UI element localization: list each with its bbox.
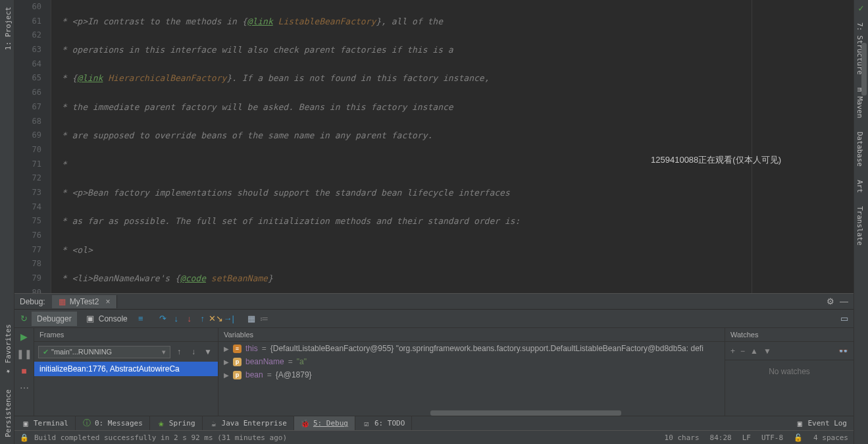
run-to-cursor-icon[interactable]: →| bbox=[224, 314, 234, 324]
drop-frame-icon[interactable]: ✕↘ bbox=[211, 314, 221, 324]
tab-javaee[interactable]: ☕ Java Enterprise bbox=[203, 416, 294, 430]
todo-icon: ☑ bbox=[362, 419, 371, 428]
horizontal-scrollbar[interactable] bbox=[430, 410, 621, 416]
rail-translate[interactable]: Translate bbox=[854, 200, 868, 252]
status-lineend[interactable]: LF bbox=[742, 433, 751, 442]
var-badge-param: p bbox=[233, 358, 242, 366]
close-icon[interactable]: × bbox=[105, 297, 110, 306]
threads-icon[interactable]: ≡ bbox=[136, 314, 146, 324]
variable-row[interactable]: ▶ p beanName = "a" bbox=[218, 355, 725, 368]
console-icon: ▣ bbox=[85, 314, 95, 324]
more-icon[interactable]: ⋯ bbox=[14, 379, 34, 397]
tab-debug[interactable]: 🐞 5: Debug bbox=[294, 416, 355, 430]
tab-spring[interactable]: ❀ Spring bbox=[150, 416, 203, 430]
editor-scrollbar[interactable] bbox=[861, 43, 867, 96]
layout-icon[interactable]: ▭ bbox=[839, 314, 850, 324]
rail-art[interactable]: Art bbox=[854, 173, 868, 200]
no-watches-label: No watches bbox=[725, 360, 854, 416]
right-margin-line bbox=[752, 0, 752, 293]
var-badge-param: p bbox=[233, 371, 242, 379]
rail-persistence[interactable]: Persistence bbox=[0, 383, 14, 444]
expand-icon[interactable]: ▶ bbox=[224, 372, 229, 379]
debug-run-tab[interactable]: ▦ MyTest2 × bbox=[52, 295, 118, 308]
resume-icon[interactable]: ▶ bbox=[14, 328, 34, 345]
stop-icon[interactable]: ■ bbox=[14, 362, 34, 379]
minimize-icon[interactable]: — bbox=[840, 296, 848, 306]
editor[interactable]: 6061 6263 6465 6667 6869 7071 7273 7475 … bbox=[14, 0, 854, 293]
bottom-tool-tabs: ▣ Terminal ⓘ 0: Messages ❀ Spring ☕ Java… bbox=[14, 416, 854, 430]
next-frame-icon[interactable]: ↓ bbox=[188, 347, 199, 356]
frames-title: Frames bbox=[34, 328, 218, 342]
expand-icon[interactable]: ▶ bbox=[224, 345, 229, 352]
status-bar: 🔒 Build completed successfully in 2 s 92… bbox=[14, 430, 854, 444]
tab-debugger[interactable]: Debugger bbox=[32, 312, 77, 326]
javaee-icon: ☕ bbox=[209, 419, 218, 428]
glasses-icon[interactable]: 👓 bbox=[838, 347, 848, 356]
rail-favorites[interactable]: ★ Favorites bbox=[0, 318, 14, 383]
trace-icon[interactable]: ≔ bbox=[259, 314, 270, 324]
codewithme-viewer-note: 1259410088正在观看(仅本人可见) bbox=[651, 153, 781, 167]
rail-database[interactable]: Database bbox=[854, 125, 868, 173]
filter-icon[interactable]: ▼ bbox=[202, 347, 214, 356]
rerun-icon[interactable]: ↻ bbox=[18, 314, 29, 324]
debug-side-controls: ▶ ❚❚ ■ ⋯ bbox=[14, 328, 34, 416]
run-config-icon: ▦ bbox=[59, 297, 66, 306]
settings-icon[interactable]: ⚙ bbox=[827, 296, 834, 306]
frames-pane: Frames ✔ "main"...RUNNING ▾ ↑ ↓ ▼ initia… bbox=[34, 328, 218, 416]
step-out-icon[interactable]: ↑ bbox=[197, 314, 208, 324]
rail-project[interactable]: 1: Project bbox=[0, 0, 14, 57]
check-icon: ✔ bbox=[43, 348, 49, 356]
watches-pane: Watches + − ▲ ▼ 👓 No watches bbox=[725, 328, 854, 416]
status-encoding[interactable]: UTF-8 bbox=[761, 433, 783, 442]
chevron-down-icon: ▾ bbox=[162, 348, 166, 356]
build-status: Build completed successfully in 2 s 92 m… bbox=[34, 433, 287, 442]
watch-down-icon[interactable]: ▼ bbox=[763, 347, 771, 356]
add-watch-icon[interactable]: + bbox=[730, 347, 735, 356]
status-readonly-icon[interactable]: 🔓 bbox=[794, 433, 803, 442]
status-indent[interactable]: 4 spaces bbox=[813, 433, 848, 442]
watch-up-icon[interactable]: ▲ bbox=[750, 347, 758, 356]
expand-icon[interactable]: ▶ bbox=[224, 358, 229, 366]
step-over-icon[interactable]: ↷ bbox=[158, 314, 168, 324]
code-area[interactable]: * <p>In contrast to the methods in {@lin… bbox=[51, 0, 854, 293]
variable-row[interactable]: ▶ p bean = {A@1879} bbox=[218, 368, 725, 381]
variables-title: Variables bbox=[218, 328, 725, 342]
thread-selector[interactable]: ✔ "main"...RUNNING ▾ bbox=[38, 346, 170, 358]
left-tool-rail: 1: Project ★ Favorites Persistence bbox=[0, 0, 14, 444]
debug-toolbar: ↻ Debugger ▣ Console ≡ ↷ ↓ ↓ ↑ ✕↘ →| ▦ ≔… bbox=[14, 310, 854, 328]
prev-frame-icon[interactable]: ↑ bbox=[173, 347, 185, 356]
step-into-icon[interactable]: ↓ bbox=[171, 314, 182, 324]
variables-pane: Variables ▶ ≡ this = {DefaultListableBea… bbox=[218, 328, 725, 416]
variable-row[interactable]: ▶ ≡ this = {DefaultListableBeanFactory@9… bbox=[218, 342, 725, 355]
tab-todo[interactable]: ☑ 6: TODO bbox=[355, 416, 412, 430]
frame-row[interactable]: initializeBean:1776, AbstractAutowireCa bbox=[34, 362, 218, 376]
debug-tool-window: Debug: ▦ MyTest2 × ⚙ — ↻ Debugger ▣ Cons… bbox=[14, 293, 854, 416]
messages-icon: ⓘ bbox=[82, 419, 91, 428]
tab-eventlog[interactable]: ▣ Event Log bbox=[788, 416, 854, 430]
watches-title: Watches bbox=[725, 328, 854, 342]
spring-icon: ❀ bbox=[157, 419, 166, 428]
tab-console[interactable]: ▣ Console bbox=[80, 311, 133, 327]
line-gutter: 6061 6263 6465 6667 6869 7071 7273 7475 … bbox=[14, 0, 51, 293]
terminal-icon: ▣ bbox=[21, 419, 30, 428]
inspections-ok-icon[interactable]: ✓ bbox=[854, 0, 868, 16]
evaluate-icon[interactable]: ▦ bbox=[246, 314, 257, 324]
status-lock-icon[interactable]: 🔒 bbox=[20, 433, 29, 442]
status-chars: 10 chars bbox=[665, 433, 700, 442]
pause-icon[interactable]: ❚❚ bbox=[14, 345, 34, 362]
tab-messages[interactable]: ⓘ 0: Messages bbox=[76, 416, 150, 430]
force-step-into-icon[interactable]: ↓ bbox=[184, 314, 195, 324]
status-position[interactable]: 84:28 bbox=[710, 433, 732, 442]
bug-icon: 🐞 bbox=[301, 419, 310, 428]
remove-watch-icon[interactable]: − bbox=[740, 347, 745, 356]
eventlog-icon: ▣ bbox=[795, 419, 804, 428]
debug-title: Debug: bbox=[20, 297, 45, 306]
var-badge-this: ≡ bbox=[233, 345, 242, 353]
right-tool-rail: ✓ 7: Structure m Maven Database Art Tran… bbox=[854, 0, 868, 444]
tab-terminal[interactable]: ▣ Terminal bbox=[14, 416, 76, 430]
